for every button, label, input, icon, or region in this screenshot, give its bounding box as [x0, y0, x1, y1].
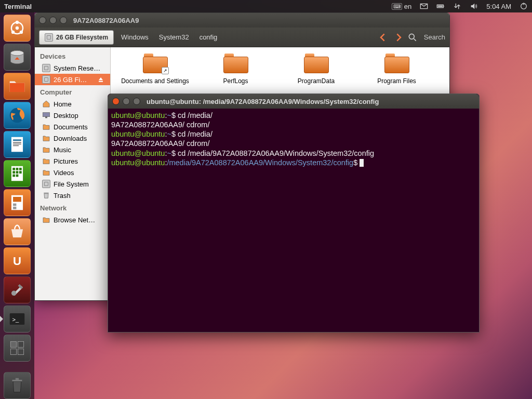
svg-rect-27 [13, 197, 21, 202]
launcher-workspace[interactable] [4, 335, 31, 362]
svg-rect-24 [12, 175, 15, 177]
launcher-dash[interactable] [4, 15, 31, 42]
svg-rect-15 [13, 143, 21, 144]
search-label[interactable]: Search [424, 33, 445, 41]
window-close-icon[interactable] [39, 17, 46, 24]
svg-point-10 [10, 50, 23, 56]
launcher-firefox[interactable] [4, 102, 31, 129]
nautilus-title: 9A72A08872A06AA9 [73, 17, 139, 24]
nav-back-icon[interactable] [378, 32, 389, 43]
sidebar-item[interactable]: Home [35, 98, 110, 110]
launcher-terminal[interactable]: >_ [4, 305, 31, 332]
svg-point-8 [16, 21, 19, 24]
svg-rect-41 [43, 113, 49, 117]
sidebar-head-computer: Computer [35, 85, 110, 98]
svg-point-5 [16, 26, 19, 30]
window-close-icon[interactable] [112, 98, 119, 105]
svg-rect-1 [444, 6, 444, 7]
launcher-impress[interactable] [4, 189, 31, 216]
launcher-settings[interactable] [4, 276, 31, 303]
svg-rect-20 [19, 168, 22, 170]
launcher-files[interactable] [4, 73, 31, 100]
svg-rect-38 [12, 380, 22, 381]
crumb-windows[interactable]: Windows [118, 33, 152, 41]
sidebar-item[interactable]: Pictures [35, 155, 110, 167]
sidebar-head-network: Network [35, 201, 110, 214]
svg-rect-2 [438, 6, 443, 7]
path-root-button[interactable]: 26 GB Filesystem [39, 30, 114, 45]
crumb-config[interactable]: config [196, 33, 221, 41]
nautilus-sidebar: Devices System Rese…26 GB Fi… Computer H… [35, 47, 111, 300]
keyboard-indicator[interactable]: ⌨ en [388, 3, 416, 10]
launcher-trash[interactable] [4, 372, 31, 399]
svg-rect-21 [12, 171, 15, 174]
sound-indicator[interactable] [466, 2, 482, 10]
nautilus-titlebar[interactable]: 9A72A08872A06AA9 [35, 13, 449, 28]
sidebar-item[interactable]: Desktop [35, 110, 110, 121]
sidebar-item[interactable]: Documents [35, 121, 110, 132]
unity-launcher: U >_ [0, 12, 34, 399]
search-icon[interactable] [407, 32, 418, 43]
crumb-system32[interactable]: System32 [156, 33, 192, 41]
svg-rect-36 [10, 349, 16, 355]
svg-point-31 [11, 291, 17, 296]
svg-point-6 [11, 31, 15, 34]
svg-rect-22 [16, 171, 19, 174]
battery-indicator[interactable] [432, 2, 449, 10]
svg-rect-34 [10, 341, 16, 347]
sidebar-item[interactable]: Trash [35, 190, 110, 201]
svg-text:U: U [13, 255, 21, 268]
drive-icon [45, 33, 53, 42]
top-panel: Terminal ⌨ en 5:04 AM [0, 0, 532, 12]
svg-text:>_: >_ [12, 316, 19, 323]
sidebar-head-devices: Devices [35, 49, 110, 62]
svg-rect-37 [18, 349, 24, 355]
sidebar-item[interactable]: 26 GB Fi… [35, 74, 110, 85]
terminal-titlebar[interactable]: ubuntu@ubuntu: /media/9A72A08872A06AA9/W… [108, 94, 479, 109]
sidebar-item[interactable]: Browse Net… [35, 214, 110, 225]
terminal-window: ubuntu@ubuntu: /media/9A72A08872A06AA9/W… [108, 94, 480, 332]
svg-rect-39 [16, 378, 19, 380]
sidebar-item[interactable]: Videos [35, 167, 110, 178]
svg-rect-18 [12, 168, 15, 170]
svg-rect-35 [18, 341, 24, 347]
svg-rect-42 [45, 117, 47, 118]
svg-point-40 [409, 34, 414, 39]
svg-rect-29 [13, 207, 16, 209]
sidebar-item[interactable]: Downloads [35, 132, 110, 144]
nautilus-toolbar: 26 GB Filesystem Windows System32 config… [35, 28, 449, 47]
window-minimize-icon[interactable] [49, 17, 57, 24]
launcher-writer[interactable] [4, 131, 31, 158]
window-minimize-icon[interactable] [123, 98, 130, 105]
svg-rect-13 [13, 140, 21, 141]
svg-point-7 [20, 31, 23, 34]
window-maximize-icon[interactable] [60, 17, 67, 24]
launcher-disk-utility[interactable] [4, 44, 31, 71]
sidebar-item[interactable]: File System [35, 178, 110, 190]
svg-rect-19 [16, 168, 19, 170]
network-indicator[interactable] [449, 2, 466, 10]
svg-rect-23 [19, 171, 22, 174]
svg-rect-43 [44, 193, 48, 194]
sidebar-item[interactable]: Music [35, 144, 110, 155]
launcher-calc[interactable] [4, 160, 31, 187]
window-maximize-icon[interactable] [133, 98, 140, 105]
clock[interactable]: 5:04 AM [482, 3, 515, 10]
terminal-body[interactable]: ubuntu@ubuntu:~$ cd /media/9A72A08872A06… [108, 109, 479, 332]
launcher-ubuntu-one[interactable]: U [4, 247, 31, 274]
svg-rect-28 [13, 204, 16, 206]
svg-rect-25 [16, 175, 19, 177]
svg-rect-14 [13, 142, 21, 143]
nav-forward-icon[interactable] [393, 32, 403, 43]
sidebar-item[interactable]: System Rese… [35, 62, 110, 74]
active-app-title: Terminal [0, 3, 32, 10]
terminal-title: ubuntu@ubuntu: /media/9A72A08872A06AA9/W… [147, 98, 379, 105]
svg-rect-16 [13, 145, 19, 147]
session-indicator[interactable] [515, 2, 532, 10]
launcher-software-center[interactable] [4, 218, 31, 245]
mail-indicator[interactable] [416, 2, 432, 10]
